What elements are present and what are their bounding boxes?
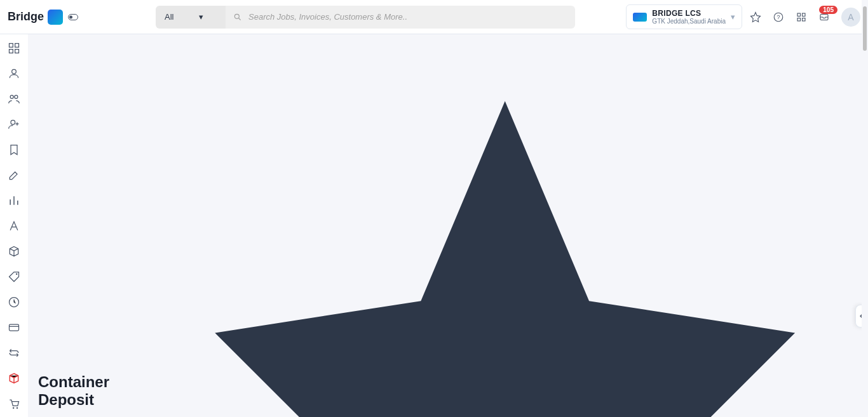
svg-rect-6 xyxy=(797,18,801,21)
org-switcher[interactable]: BRIDGE LCS GTK Jeddah,Saudi Arabia ▾ xyxy=(626,4,742,29)
search-scope-dropdown[interactable]: All ▾ xyxy=(156,6,226,29)
svg-rect-19 xyxy=(10,324,19,331)
svg-rect-10 xyxy=(15,44,19,48)
org-location: GTK Jeddah,Saudi Arabia xyxy=(652,18,726,25)
sidebar-clock-icon[interactable] xyxy=(8,296,20,308)
search-field-wrap xyxy=(226,6,575,29)
org-name: BRIDGE LCS xyxy=(652,9,726,18)
toggle-icon[interactable] xyxy=(68,14,78,20)
notification-badge: 105 xyxy=(819,6,837,14)
scrollbar-track xyxy=(862,0,868,417)
logo-mark-icon xyxy=(48,10,63,25)
sidebar-cart-icon[interactable] xyxy=(8,397,20,410)
sidebar-tag-icon[interactable] xyxy=(8,270,20,283)
avatar[interactable]: A xyxy=(841,8,860,27)
sidebar-card-icon[interactable] xyxy=(8,321,20,334)
svg-rect-11 xyxy=(10,50,13,53)
search-scope-label: All xyxy=(165,12,173,22)
svg-line-1 xyxy=(239,18,241,20)
svg-point-15 xyxy=(15,95,18,98)
sidebar-add-user-icon[interactable] xyxy=(8,118,20,131)
svg-point-22 xyxy=(17,407,18,409)
sidebar-users-icon[interactable] xyxy=(8,93,20,105)
sidebar-container-icon[interactable] xyxy=(8,372,20,385)
svg-point-21 xyxy=(13,407,15,409)
sidebar xyxy=(0,34,28,417)
global-search: All ▾ xyxy=(156,6,575,29)
logo-text: Bridge xyxy=(8,10,44,23)
sidebar-user-icon[interactable] xyxy=(8,67,20,80)
sidebar-font-icon[interactable] xyxy=(8,220,20,232)
chevron-down-icon: ▾ xyxy=(731,12,735,22)
apps-grid-icon[interactable] xyxy=(796,11,807,23)
search-input[interactable] xyxy=(248,12,567,22)
svg-point-13 xyxy=(12,69,17,74)
sidebar-bookmark-icon[interactable] xyxy=(8,143,20,156)
svg-point-17 xyxy=(16,274,18,275)
star-icon[interactable] xyxy=(750,11,761,23)
sidebar-edit-icon[interactable] xyxy=(8,169,20,182)
page-title: Container Deposit xyxy=(38,373,151,409)
svg-point-16 xyxy=(11,120,15,124)
svg-text:?: ? xyxy=(776,14,780,20)
search-icon xyxy=(233,6,242,29)
svg-point-0 xyxy=(234,14,239,18)
topbar-actions: ? 105 A xyxy=(750,8,860,27)
caret-down-icon: ▾ xyxy=(199,12,203,22)
sidebar-sync-icon[interactable] xyxy=(8,347,20,359)
svg-rect-5 xyxy=(803,13,806,17)
svg-rect-9 xyxy=(10,44,13,48)
sidebar-chart-icon[interactable] xyxy=(8,194,20,207)
inbox-icon[interactable]: 105 xyxy=(818,11,830,23)
favorite-star-icon[interactable] xyxy=(157,43,853,417)
scrollbar-thumb[interactable] xyxy=(863,6,867,51)
topbar: Bridge All ▾ BRIDGE LCS GTK Jeddah,Saudi… xyxy=(0,0,868,34)
svg-point-14 xyxy=(10,95,13,98)
sidebar-box-icon[interactable] xyxy=(8,245,20,258)
app-logo[interactable]: Bridge xyxy=(8,10,63,25)
main-content: Container Deposit Deposits - 7 Refunds -… xyxy=(28,34,868,417)
svg-rect-12 xyxy=(15,50,19,53)
svg-rect-4 xyxy=(797,13,801,17)
org-logo-icon xyxy=(633,13,647,22)
sidebar-dashboard-icon[interactable] xyxy=(8,42,20,55)
svg-rect-7 xyxy=(803,18,806,21)
help-icon[interactable]: ? xyxy=(773,11,784,23)
